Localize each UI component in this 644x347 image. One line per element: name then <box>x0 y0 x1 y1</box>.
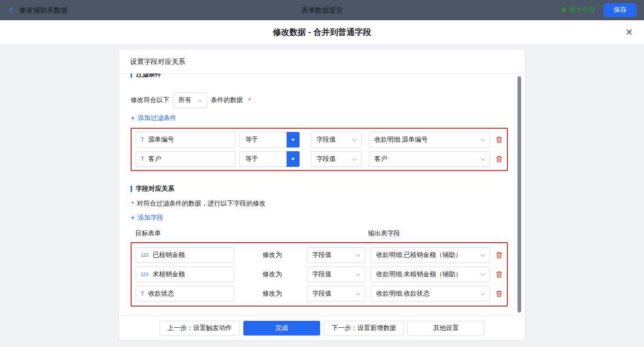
add-filter-link[interactable]: + 添加过滤条件 <box>131 114 176 122</box>
target-field-input[interactable]: 123 已核销金额 <box>136 247 234 263</box>
scrollbar[interactable] <box>518 74 521 314</box>
value-type-value: 字段值 <box>316 155 336 163</box>
filter-row: T 客户 等于 字段值 客户 <box>136 151 503 167</box>
delete-mapping-row-icon[interactable] <box>495 271 503 278</box>
back-chevron-icon[interactable] <box>7 6 16 14</box>
mapping-value-type-select[interactable]: 字段值 <box>307 247 365 263</box>
mapping-value-type-select[interactable]: 字段值 <box>307 286 365 301</box>
close-icon[interactable]: ✕ <box>625 28 633 37</box>
mapping-row: 123 未核销金额 修改为 字段值 收款明细.未核销金额（辅助） <box>136 267 503 282</box>
filter-field-label: 客户 <box>148 155 161 163</box>
save-button[interactable]: 保存 <box>604 3 637 17</box>
condition-mode-row: 修改符合以下 所有 条件的数据 * <box>131 92 508 108</box>
other-settings-button[interactable]: 其他设置 <box>408 321 484 336</box>
filter-field-label: 源单编号 <box>148 136 174 144</box>
caret-down-icon <box>291 139 295 141</box>
value-type-value: 字段值 <box>316 136 336 144</box>
top-bar: 修改辅助表数据 表单数据提交 新手引导 保存 <box>0 0 644 20</box>
chevron-down-icon <box>481 291 485 296</box>
chevron-down-icon <box>198 97 202 102</box>
mapping-description-row: * 对符合过滤条件的数据，进行以下字段的修改 <box>131 199 508 208</box>
number-field-icon: 123 <box>141 272 149 277</box>
modify-to-label: 修改为 <box>238 270 307 279</box>
prev-step-button[interactable]: 上一步：设置触发动作 <box>160 321 240 336</box>
match-mode-value: 所有 <box>178 96 191 104</box>
delete-mapping-row-icon[interactable] <box>495 251 503 259</box>
mapping-column-headers: 目标表单 输出表字段 <box>131 229 508 238</box>
delete-filter-row-icon[interactable] <box>495 136 503 143</box>
filter-row: T 源单编号 等于 字段值 收款明细.源单编号 <box>136 132 503 148</box>
modal-title: 修改数据 - 合并到普通字段 <box>273 27 371 38</box>
back-label[interactable]: 修改辅助表数据 <box>19 6 68 15</box>
value-value: 收款明细.源单编号 <box>374 136 428 144</box>
modal-header: 修改数据 - 合并到普通字段 ✕ <box>0 20 644 44</box>
chevron-down-icon <box>481 137 485 142</box>
filter-highlight-box: T 源单编号 等于 字段值 收款明细.源单编号 <box>131 128 508 171</box>
section-accent-bar <box>131 186 132 192</box>
add-filter-label: 添加过滤条件 <box>138 114 176 122</box>
text-field-icon: T <box>141 137 144 143</box>
operator-caret-button[interactable] <box>287 151 299 167</box>
operator-caret-button[interactable] <box>287 132 299 148</box>
modify-to-label: 修改为 <box>238 251 307 259</box>
target-field-input[interactable]: 123 未核销金额 <box>136 267 234 282</box>
value-value: 客户 <box>374 155 387 163</box>
card-content: 过滤条件 修改符合以下 所有 条件的数据 * + 添加过滤条件 <box>119 74 525 315</box>
filter-operator-select[interactable]: 等于 <box>239 151 300 167</box>
guide-label: 新手引导 <box>569 6 595 14</box>
required-mark: * <box>132 200 134 207</box>
chevron-down-icon <box>481 156 485 161</box>
card-header-title: 设置字段对应关系 <box>119 50 525 74</box>
filter-field-input[interactable]: T 源单编号 <box>136 132 236 148</box>
guide-link[interactable]: 新手引导 <box>561 6 595 14</box>
chevron-down-icon <box>352 156 356 161</box>
mapping-section-title: 字段对应关系 <box>136 185 174 193</box>
target-field-label: 已核销金额 <box>153 251 185 259</box>
mapping-section-header: 字段对应关系 <box>131 185 508 193</box>
target-field-input[interactable]: T 收款状态 <box>136 286 234 301</box>
scrollbar-thumb[interactable] <box>518 76 521 313</box>
value-type-value: 字段值 <box>312 290 332 298</box>
next-step-button[interactable]: 下一步：设置新增数据 <box>324 321 404 336</box>
filter-operator-select[interactable]: 等于 <box>239 132 300 148</box>
text-field-icon: T <box>141 156 144 162</box>
target-field-label: 收款状态 <box>148 290 174 298</box>
topbar-actions: 新手引导 保存 <box>561 3 637 17</box>
filter-value-type-select[interactable]: 字段值 <box>311 151 362 167</box>
operator-value: 等于 <box>245 155 258 163</box>
mapping-value-type-select[interactable]: 字段值 <box>307 267 365 282</box>
add-field-link[interactable]: + 添加字段 <box>131 214 163 222</box>
value-value: 收款明细.收款状态 <box>376 290 430 298</box>
done-button[interactable]: 完成 <box>243 321 320 336</box>
number-field-icon: 123 <box>141 253 149 258</box>
filter-section-title: 过滤条件 <box>136 74 161 79</box>
mapping-value-select[interactable]: 收款明细.已核销金额（辅助） <box>371 247 490 263</box>
chevron-down-icon <box>356 291 360 296</box>
filter-value-select[interactable]: 收款明细.源单编号 <box>369 132 490 148</box>
filter-field-input[interactable]: T 客户 <box>136 151 236 167</box>
mapping-value-select[interactable]: 收款明细.未核销金额（辅助） <box>371 267 490 282</box>
value-type-value: 字段值 <box>312 251 332 259</box>
mapping-highlight-box: 123 已核销金额 修改为 字段值 收款明细.已核销金额（辅助） <box>131 242 508 307</box>
plus-icon: + <box>131 114 135 122</box>
text-field-icon: T <box>141 290 144 297</box>
filter-section-title-clipped: 过滤条件 <box>131 74 508 79</box>
delete-filter-row-icon[interactable] <box>495 155 503 163</box>
back-nav[interactable]: 修改辅助表数据 <box>7 6 68 15</box>
value-value: 收款明细.未核销金额（辅助） <box>376 270 462 279</box>
filter-value-select[interactable]: 客户 <box>369 151 490 167</box>
chevron-down-icon <box>356 272 360 276</box>
operator-value: 等于 <box>245 136 258 144</box>
mapping-row: 123 已核销金额 修改为 字段值 收款明细.已核销金额（辅助） <box>136 247 503 263</box>
condition-suffix: 条件的数据 <box>211 96 243 104</box>
condition-prefix: 修改符合以下 <box>131 96 169 104</box>
chevron-down-icon <box>356 252 360 257</box>
modify-to-label: 修改为 <box>238 290 307 298</box>
filter-value-type-select[interactable]: 字段值 <box>311 132 362 148</box>
column-target-form: 目标表单 <box>131 229 368 238</box>
match-mode-select[interactable]: 所有 <box>173 92 207 108</box>
guide-pin-icon <box>561 7 567 13</box>
mapping-value-select[interactable]: 收款明细.收款状态 <box>371 286 490 301</box>
delete-mapping-row-icon[interactable] <box>495 290 503 297</box>
section-accent-bar <box>131 74 132 78</box>
